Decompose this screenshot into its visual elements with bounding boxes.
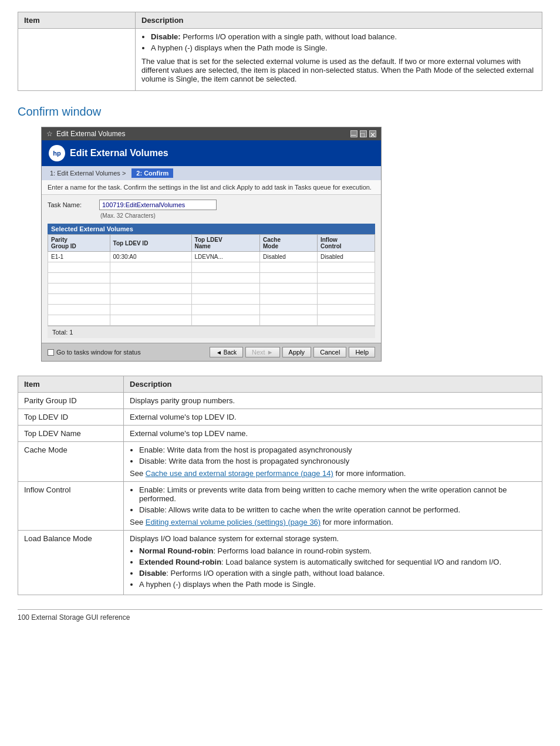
dialog-footer: Go to tasks window for status ◄ Back Nex… <box>42 343 381 361</box>
selected-volumes-header: Selected External Volumes <box>48 224 375 234</box>
col-inflow-control: InflowControl <box>317 235 375 252</box>
table-row: Top LDEV Name External volume's top LDEV… <box>18 426 542 442</box>
cache-mode-suffix: for more information. <box>336 469 406 478</box>
dialog-window: ☆ Edit External Volumes ─ □ ✕ hp Edit Ex… <box>41 127 382 362</box>
desc-load-balance-mode: Displays I/O load balance system for ext… <box>124 531 542 595</box>
titlebar-title: Edit External Volumes <box>56 130 125 138</box>
bottom-table: Item Description Parity Group ID Display… <box>18 376 542 595</box>
item-cache-mode: Cache Mode <box>18 442 124 482</box>
step1-label: 1: Edit External Volumes > <box>46 168 129 178</box>
top-ldev-name: LDEVNA... <box>191 252 260 262</box>
table-row-empty <box>48 305 375 315</box>
inflow-control: Disabled <box>317 252 375 262</box>
table-row: Parity Group ID Displays parity group nu… <box>18 393 542 409</box>
dialog-steps: 1: Edit External Volumes > 2: Confirm <box>42 166 381 180</box>
footer-right: ◄ Back Next ► Apply Cancel Help <box>210 347 375 357</box>
task-name-label: Task Name: <box>48 201 95 208</box>
star-icon: ☆ <box>46 130 53 138</box>
dialog-titlebar: ☆ Edit External Volumes ─ □ ✕ <box>42 127 381 140</box>
footer-left: Go to tasks window for status <box>48 349 141 356</box>
item-top-ldev-name: Top LDEV Name <box>18 426 124 442</box>
maximize-icon[interactable]: □ <box>360 130 367 137</box>
inflow-control-suffix: for more information. <box>323 518 393 526</box>
task-chars-hint: (Max. 32 Characters) <box>100 212 375 219</box>
top-ldev-id: 00:30:A0 <box>110 252 191 262</box>
dialog-body: Task Name: (Max. 32 Characters) Selected… <box>42 195 381 343</box>
close-icon[interactable]: ✕ <box>369 130 376 137</box>
dialog-instruction: Enter a name for the task. Confirm the s… <box>42 180 381 195</box>
table-row: Load Balance Mode Displays I/O load bala… <box>18 531 542 595</box>
table-row: Disable: Performs I/O operation with a s… <box>18 29 542 91</box>
col-parity-group: ParityGroup ID <box>48 235 110 252</box>
go-to-tasks-label: Go to tasks window for status <box>56 349 141 356</box>
inflow-control-link[interactable]: Editing external volume policies (settin… <box>146 518 321 526</box>
col2-header: Description <box>136 12 542 29</box>
cache-mode-prefix: See <box>130 469 146 478</box>
next-button[interactable]: Next ► <box>245 347 280 357</box>
table-row-empty <box>48 262 375 273</box>
table-row-empty <box>48 273 375 283</box>
titlebar-left: ☆ Edit External Volumes <box>46 130 125 138</box>
item-parity-group-id: Parity Group ID <box>18 393 124 409</box>
item-cell <box>18 29 136 91</box>
item-load-balance-mode: Load Balance Mode <box>18 531 124 595</box>
table-row: E1-1 00:30:A0 LDEVNA... Disabled Disable… <box>48 252 375 262</box>
desc-cache-mode: Enable: Write data from the host is prop… <box>124 442 542 482</box>
table-row: Inflow Control Enable: Limits or prevent… <box>18 482 542 531</box>
top-table: Item Description Disable: Performs I/O o… <box>18 12 542 91</box>
bottom-col1-header: Item <box>18 376 124 393</box>
item-top-ldev-id: Top LDEV ID <box>18 409 124 426</box>
desc-parity-group-id: Displays parity group numbers. <box>124 393 542 409</box>
minimize-icon[interactable]: ─ <box>350 130 357 137</box>
hp-logo: hp <box>49 145 65 161</box>
section-heading: Confirm window <box>18 105 542 119</box>
cancel-button[interactable]: Cancel <box>313 347 346 357</box>
col-top-ldev-id: Top LDEV ID <box>110 235 191 252</box>
table-row-empty <box>48 283 375 294</box>
help-button[interactable]: Help <box>349 347 375 357</box>
table-row-empty <box>48 294 375 305</box>
step2-label: 2: Confirm <box>131 168 173 178</box>
task-name-input[interactable] <box>99 200 217 210</box>
inflow-control-prefix: See <box>130 518 146 526</box>
parity-group-id: E1-1 <box>48 252 110 262</box>
desc-top-ldev-id: External volume's top LDEV ID. <box>124 409 542 426</box>
item-inflow-control: Inflow Control <box>18 482 124 531</box>
page-footer: 100 External Storage GUI reference <box>18 609 542 622</box>
col-cache-mode: CacheMode <box>260 235 318 252</box>
table-row: Cache Mode Enable: Write data from the h… <box>18 442 542 482</box>
bottom-col2-header: Description <box>124 376 542 393</box>
cache-mode: Disabled <box>260 252 318 262</box>
col1-header: Item <box>18 12 136 29</box>
dialog-total: Total: 1 <box>48 326 375 338</box>
task-name-row: Task Name: <box>48 200 375 210</box>
dialog-header-title: Edit External Volumes <box>70 148 168 158</box>
table-row: Top LDEV ID External volume's top LDEV I… <box>18 409 542 426</box>
desc-inflow-control: Enable: Limits or prevents write data fr… <box>124 482 542 531</box>
col-top-ldev-name: Top LDEVName <box>191 235 260 252</box>
desc-top-ldev-name: External volume's top LDEV name. <box>124 426 542 442</box>
back-button[interactable]: ◄ Back <box>210 347 243 357</box>
table-row-empty <box>48 315 375 326</box>
titlebar-icons: ─ □ ✕ <box>350 130 376 137</box>
volumes-table: ParityGroup ID Top LDEV ID Top LDEVName … <box>48 234 375 326</box>
cache-mode-link[interactable]: Cache use and external storage performan… <box>146 469 333 478</box>
dialog-header: hp Edit External Volumes <box>42 140 381 166</box>
go-to-tasks-checkbox[interactable] <box>48 349 54 356</box>
apply-button[interactable]: Apply <box>282 347 312 357</box>
description-cell: Disable: Performs I/O operation with a s… <box>136 29 542 91</box>
